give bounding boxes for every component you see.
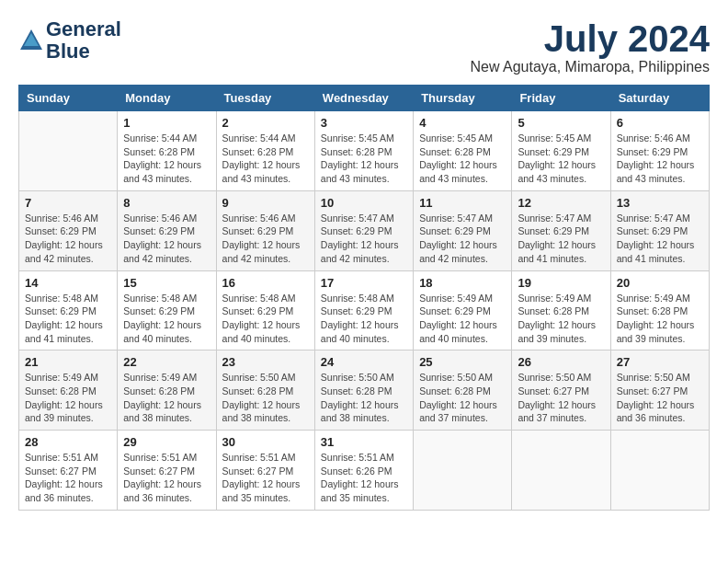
logo-icon bbox=[18, 28, 44, 53]
day-number: 31 bbox=[321, 435, 407, 449]
day-info: Sunrise: 5:44 AMSunset: 6:28 PMDaylight:… bbox=[222, 132, 309, 186]
day-info: Sunrise: 5:48 AMSunset: 6:29 PMDaylight:… bbox=[123, 292, 210, 346]
day-header-monday: Monday bbox=[118, 86, 216, 111]
day-number: 16 bbox=[222, 276, 309, 290]
calendar-cell: 29Sunrise: 5:51 AMSunset: 6:27 PMDayligh… bbox=[118, 431, 216, 511]
day-number: 11 bbox=[419, 196, 506, 210]
calendar-cell: 18Sunrise: 5:49 AMSunset: 6:29 PMDayligh… bbox=[414, 270, 512, 350]
day-header-thursday: Thursday bbox=[414, 86, 512, 111]
calendar-cell: 9Sunrise: 5:46 AMSunset: 6:29 PMDaylight… bbox=[216, 190, 314, 270]
day-number: 20 bbox=[617, 276, 703, 290]
days-header-row: SundayMondayTuesdayWednesdayThursdayFrid… bbox=[19, 86, 710, 111]
calendar-cell: 5Sunrise: 5:45 AMSunset: 6:29 PMDaylight… bbox=[512, 111, 610, 191]
day-header-wednesday: Wednesday bbox=[314, 86, 413, 111]
calendar-cell: 17Sunrise: 5:48 AMSunset: 6:29 PMDayligh… bbox=[314, 270, 413, 350]
day-info: Sunrise: 5:50 AMSunset: 6:27 PMDaylight:… bbox=[617, 371, 703, 425]
calendar-cell: 30Sunrise: 5:51 AMSunset: 6:27 PMDayligh… bbox=[216, 431, 314, 511]
day-number: 13 bbox=[617, 196, 703, 210]
day-info: Sunrise: 5:50 AMSunset: 6:28 PMDaylight:… bbox=[321, 371, 407, 425]
week-row-4: 21Sunrise: 5:49 AMSunset: 6:28 PMDayligh… bbox=[19, 350, 710, 431]
day-header-friday: Friday bbox=[512, 86, 610, 111]
header: General Blue July 2024 New Agutaya, Mima… bbox=[18, 18, 710, 75]
week-row-1: 1Sunrise: 5:44 AMSunset: 6:28 PMDaylight… bbox=[19, 111, 710, 191]
day-info: Sunrise: 5:49 AMSunset: 6:28 PMDaylight:… bbox=[518, 292, 604, 346]
calendar-cell bbox=[512, 431, 610, 511]
day-info: Sunrise: 5:47 AMSunset: 6:29 PMDaylight:… bbox=[617, 212, 703, 266]
calendar-cell: 12Sunrise: 5:47 AMSunset: 6:29 PMDayligh… bbox=[512, 190, 610, 270]
calendar-cell: 21Sunrise: 5:49 AMSunset: 6:28 PMDayligh… bbox=[19, 350, 118, 431]
calendar-cell: 3Sunrise: 5:45 AMSunset: 6:28 PMDaylight… bbox=[314, 111, 413, 191]
day-info: Sunrise: 5:44 AMSunset: 6:28 PMDaylight:… bbox=[123, 132, 210, 186]
calendar-cell: 31Sunrise: 5:51 AMSunset: 6:26 PMDayligh… bbox=[314, 431, 413, 511]
calendar-cell: 10Sunrise: 5:47 AMSunset: 6:29 PMDayligh… bbox=[314, 190, 413, 270]
day-number: 9 bbox=[222, 196, 309, 210]
day-info: Sunrise: 5:48 AMSunset: 6:29 PMDaylight:… bbox=[321, 292, 407, 346]
calendar-cell: 11Sunrise: 5:47 AMSunset: 6:29 PMDayligh… bbox=[414, 190, 512, 270]
day-info: Sunrise: 5:46 AMSunset: 6:29 PMDaylight:… bbox=[25, 212, 111, 266]
day-number: 8 bbox=[123, 196, 210, 210]
day-info: Sunrise: 5:47 AMSunset: 6:29 PMDaylight:… bbox=[321, 212, 407, 266]
calendar-cell: 27Sunrise: 5:50 AMSunset: 6:27 PMDayligh… bbox=[610, 350, 709, 431]
day-info: Sunrise: 5:48 AMSunset: 6:29 PMDaylight:… bbox=[222, 292, 309, 346]
day-number: 22 bbox=[123, 355, 210, 369]
title-area: July 2024 New Agutaya, Mimaropa, Philipp… bbox=[470, 18, 710, 75]
calendar-cell bbox=[414, 431, 512, 511]
day-info: Sunrise: 5:50 AMSunset: 6:28 PMDaylight:… bbox=[419, 371, 506, 425]
calendar-cell: 13Sunrise: 5:47 AMSunset: 6:29 PMDayligh… bbox=[610, 190, 709, 270]
day-info: Sunrise: 5:50 AMSunset: 6:28 PMDaylight:… bbox=[222, 371, 309, 425]
day-info: Sunrise: 5:49 AMSunset: 6:28 PMDaylight:… bbox=[123, 371, 210, 425]
day-number: 29 bbox=[123, 435, 210, 449]
day-number: 18 bbox=[419, 276, 506, 290]
calendar-cell bbox=[610, 431, 709, 511]
calendar-cell: 6Sunrise: 5:46 AMSunset: 6:29 PMDaylight… bbox=[610, 111, 709, 191]
day-number: 14 bbox=[25, 276, 111, 290]
day-number: 12 bbox=[518, 196, 604, 210]
day-number: 26 bbox=[518, 355, 604, 369]
day-info: Sunrise: 5:51 AMSunset: 6:26 PMDaylight:… bbox=[321, 451, 407, 505]
day-number: 27 bbox=[617, 355, 703, 369]
calendar-body: 1Sunrise: 5:44 AMSunset: 6:28 PMDaylight… bbox=[19, 111, 710, 511]
calendar: SundayMondayTuesdayWednesdayThursdayFrid… bbox=[18, 85, 710, 511]
day-info: Sunrise: 5:49 AMSunset: 6:28 PMDaylight:… bbox=[25, 371, 111, 425]
calendar-cell: 22Sunrise: 5:49 AMSunset: 6:28 PMDayligh… bbox=[118, 350, 216, 431]
day-number: 24 bbox=[321, 355, 407, 369]
day-info: Sunrise: 5:47 AMSunset: 6:29 PMDaylight:… bbox=[518, 212, 604, 266]
calendar-cell: 26Sunrise: 5:50 AMSunset: 6:27 PMDayligh… bbox=[512, 350, 610, 431]
day-number: 25 bbox=[419, 355, 506, 369]
day-number: 1 bbox=[123, 116, 210, 130]
day-info: Sunrise: 5:46 AMSunset: 6:29 PMDaylight:… bbox=[222, 212, 309, 266]
day-number: 19 bbox=[518, 276, 604, 290]
day-info: Sunrise: 5:47 AMSunset: 6:29 PMDaylight:… bbox=[419, 212, 506, 266]
logo: General Blue bbox=[18, 18, 121, 63]
day-info: Sunrise: 5:49 AMSunset: 6:29 PMDaylight:… bbox=[419, 292, 506, 346]
day-number: 15 bbox=[123, 276, 210, 290]
day-number: 3 bbox=[321, 116, 407, 130]
location-title: New Agutaya, Mimaropa, Philippines bbox=[470, 59, 710, 75]
day-number: 5 bbox=[518, 116, 604, 130]
calendar-cell: 20Sunrise: 5:49 AMSunset: 6:28 PMDayligh… bbox=[610, 270, 709, 350]
day-info: Sunrise: 5:51 AMSunset: 6:27 PMDaylight:… bbox=[123, 451, 210, 505]
day-info: Sunrise: 5:45 AMSunset: 6:29 PMDaylight:… bbox=[518, 132, 604, 186]
day-number: 30 bbox=[222, 435, 309, 449]
day-number: 10 bbox=[321, 196, 407, 210]
day-header-tuesday: Tuesday bbox=[216, 86, 314, 111]
calendar-cell: 19Sunrise: 5:49 AMSunset: 6:28 PMDayligh… bbox=[512, 270, 610, 350]
logo-text: General Blue bbox=[46, 18, 121, 63]
week-row-5: 28Sunrise: 5:51 AMSunset: 6:27 PMDayligh… bbox=[19, 431, 710, 511]
day-number: 28 bbox=[25, 435, 111, 449]
day-number: 23 bbox=[222, 355, 309, 369]
day-info: Sunrise: 5:46 AMSunset: 6:29 PMDaylight:… bbox=[617, 132, 703, 186]
day-info: Sunrise: 5:48 AMSunset: 6:29 PMDaylight:… bbox=[25, 292, 111, 346]
week-row-2: 7Sunrise: 5:46 AMSunset: 6:29 PMDaylight… bbox=[19, 190, 710, 270]
calendar-cell: 4Sunrise: 5:45 AMSunset: 6:28 PMDaylight… bbox=[414, 111, 512, 191]
calendar-cell: 16Sunrise: 5:48 AMSunset: 6:29 PMDayligh… bbox=[216, 270, 314, 350]
day-info: Sunrise: 5:46 AMSunset: 6:29 PMDaylight:… bbox=[123, 212, 210, 266]
day-number: 21 bbox=[25, 355, 111, 369]
calendar-cell: 7Sunrise: 5:46 AMSunset: 6:29 PMDaylight… bbox=[19, 190, 118, 270]
day-number: 4 bbox=[419, 116, 506, 130]
day-header-saturday: Saturday bbox=[610, 86, 709, 111]
calendar-cell: 2Sunrise: 5:44 AMSunset: 6:28 PMDaylight… bbox=[216, 111, 314, 191]
month-title: July 2024 bbox=[470, 18, 710, 59]
day-number: 2 bbox=[222, 116, 309, 130]
day-number: 6 bbox=[617, 116, 703, 130]
